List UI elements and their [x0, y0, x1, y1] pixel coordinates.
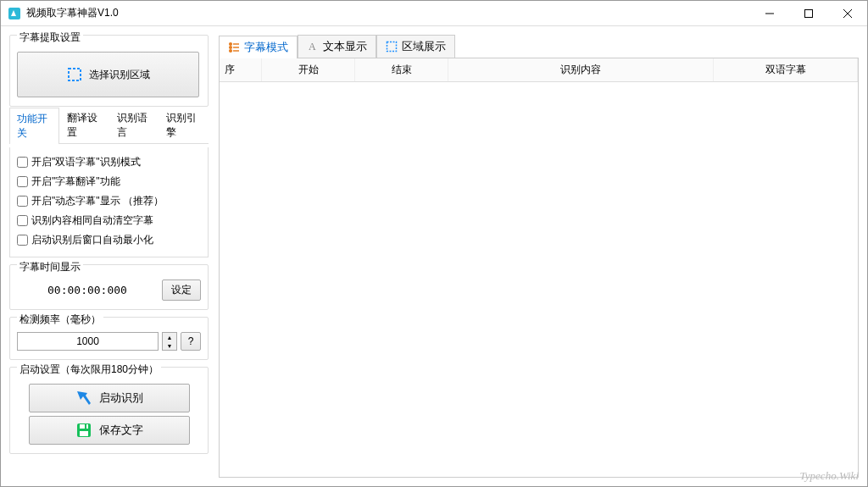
- group-title: 字幕提取设置: [17, 30, 83, 45]
- checkbox-auto-clear[interactable]: 识别内容相同自动清空字幕: [17, 211, 201, 230]
- svg-rect-9: [80, 431, 88, 436]
- save-text-button[interactable]: 保存文字: [29, 416, 190, 445]
- group-title: 检测频率（毫秒）: [17, 313, 103, 327]
- svg-point-11: [230, 47, 232, 49]
- extract-settings-group: 字幕提取设置 选择识别区域: [9, 35, 209, 107]
- tab-text-display[interactable]: A 文本显示: [298, 35, 376, 58]
- tab-recognition-engine[interactable]: 识别引擎: [159, 107, 209, 143]
- left-panel: 字幕提取设置 选择识别区域 功能开关 翻译设置 识别语言 识别引擎 开启"双语字…: [9, 35, 209, 478]
- spin-down-button[interactable]: ▼: [163, 341, 176, 350]
- start-recognition-button[interactable]: 启动识别: [29, 384, 190, 412]
- list-icon: [228, 42, 240, 53]
- svg-text:A: A: [309, 41, 316, 53]
- frequency-input[interactable]: 1000: [17, 332, 159, 351]
- select-region-icon: [67, 67, 82, 82]
- svg-rect-2: [805, 9, 813, 17]
- table-body: [220, 82, 858, 477]
- select-region-button[interactable]: 选择识别区域: [17, 52, 199, 97]
- col-start[interactable]: 开始: [262, 58, 355, 81]
- window-controls: [750, 1, 867, 25]
- settings-tabs-container: 功能开关 翻译设置 识别语言 识别引擎 开启"双语字幕"识别模式 开启"字幕翻译…: [9, 113, 209, 257]
- col-content[interactable]: 识别内容: [448, 58, 714, 81]
- spin-up-button[interactable]: ▲: [163, 333, 176, 341]
- svg-point-10: [230, 43, 232, 46]
- group-title: 启动设置（每次限用180分钟）: [17, 362, 161, 377]
- select-region-label: 选择识别区域: [89, 68, 150, 82]
- set-time-button[interactable]: 设定: [162, 279, 201, 301]
- svg-rect-5: [69, 69, 81, 80]
- checkbox-input[interactable]: [17, 196, 28, 207]
- svg-rect-7: [80, 424, 88, 429]
- time-display-group: 字幕时间显示 00:00:00:000 设定: [9, 264, 209, 310]
- col-seq[interactable]: 序: [220, 58, 262, 81]
- time-value: 00:00:00:000: [17, 284, 127, 296]
- checkbox-input[interactable]: [17, 215, 28, 226]
- save-icon: [75, 422, 92, 439]
- checkbox-subtitle-translate[interactable]: 开启"字幕翻译"功能: [17, 172, 201, 191]
- titlebar: 视频取字幕神器V1.0: [1, 1, 867, 26]
- checkbox-input[interactable]: [17, 176, 28, 187]
- start-label: 启动识别: [99, 390, 143, 406]
- app-icon: [8, 7, 21, 20]
- checkbox-bilingual-mode[interactable]: 开启"双语字幕"识别模式: [17, 152, 201, 172]
- checkbox-dynamic-subtitle[interactable]: 开启"动态字幕"显示 （推荐）: [17, 191, 201, 211]
- svg-rect-17: [387, 42, 397, 52]
- app-window: 视频取字幕神器V1.0 字幕提取设置 选择识别区域 功能开关 翻译设: [0, 0, 868, 487]
- right-tabstrip: 字幕模式 A 文本显示 区域展示: [219, 35, 859, 58]
- frequency-row: 1000 ▲ ▼ ?: [17, 332, 201, 351]
- maximize-button[interactable]: [789, 1, 828, 25]
- region-icon: [386, 41, 398, 53]
- settings-tabstrip: 功能开关 翻译设置 识别语言 识别引擎: [9, 107, 209, 144]
- start-icon: [75, 390, 92, 407]
- frequency-help-button[interactable]: ?: [181, 332, 201, 351]
- checkbox-input[interactable]: [17, 235, 28, 246]
- close-button[interactable]: [828, 1, 867, 25]
- subtitle-table: 序 开始 结束 识别内容 双语字幕: [219, 58, 859, 478]
- settings-tab-content: 开启"双语字幕"识别模式 开启"字幕翻译"功能 开启"动态字幕"显示 （推荐） …: [9, 147, 209, 257]
- save-label: 保存文字: [99, 423, 143, 438]
- frequency-group: 检测频率（毫秒） 1000 ▲ ▼ ?: [9, 317, 209, 360]
- col-bilingual[interactable]: 双语字幕: [714, 58, 858, 81]
- right-panel: 字幕模式 A 文本显示 区域展示 序 开始 结束 识别内容 双语字幕: [219, 35, 859, 478]
- time-row: 00:00:00:000 设定: [17, 279, 201, 301]
- start-settings-group: 启动设置（每次限用180分钟） 启动识别 保存文字: [9, 367, 209, 454]
- tab-recognition-language[interactable]: 识别语言: [109, 107, 159, 143]
- tab-function-switch[interactable]: 功能开关: [9, 108, 59, 144]
- window-title: 视频取字幕神器V1.0: [26, 6, 750, 20]
- col-end[interactable]: 结束: [355, 58, 448, 81]
- frequency-spinner: ▲ ▼: [162, 332, 177, 351]
- tab-region-display[interactable]: 区域展示: [376, 35, 455, 58]
- checkbox-input[interactable]: [17, 157, 28, 168]
- minimize-button[interactable]: [750, 1, 789, 25]
- svg-rect-8: [85, 424, 86, 429]
- app-body: 字幕提取设置 选择识别区域 功能开关 翻译设置 识别语言 识别引擎 开启"双语字…: [1, 26, 867, 486]
- checkbox-auto-minimize[interactable]: 启动识别后窗口自动最小化: [17, 230, 201, 250]
- text-icon: A: [307, 41, 319, 53]
- table-header: 序 开始 结束 识别内容 双语字幕: [220, 58, 858, 82]
- tab-subtitle-mode[interactable]: 字幕模式: [219, 36, 298, 58]
- group-title: 字幕时间显示: [17, 260, 83, 274]
- svg-point-12: [230, 50, 232, 53]
- tab-translate-settings[interactable]: 翻译设置: [59, 107, 109, 143]
